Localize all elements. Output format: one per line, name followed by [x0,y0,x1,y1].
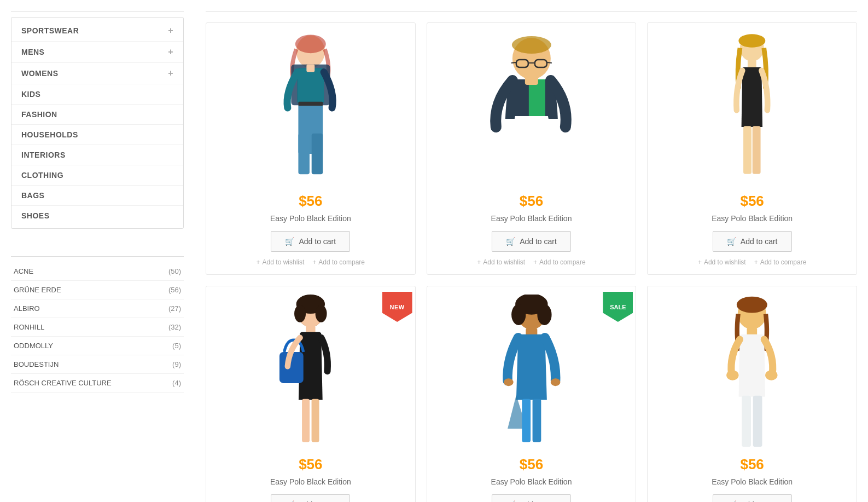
add-to-cart-label: Add to cart [520,237,557,246]
add-to-wishlist-link[interactable]: + Add to wishlist [698,258,746,266]
product-price: $56 [435,193,628,210]
compare-plus-icon: + [533,258,537,266]
svg-point-1 [295,35,326,54]
products-grid: $56 Easy Polo Black Edition 🛒 Add to car… [206,22,857,502]
svg-point-49 [726,370,738,380]
brand-item-1[interactable]: GRÜNE ERDE(56) [11,281,184,299]
sidebar-item-shoes[interactable]: SHOES [11,206,183,226]
category-section: SPORTSWEAR+MENS+WOMENS+KIDSFASHIONHOUSEH… [11,0,184,229]
brands-title [11,245,184,257]
svg-rect-4 [298,68,324,103]
product-actions: + Add to wishlist + Add to compare [656,258,848,266]
product-card-4: SALE $56 Easy Polo Black Edition 🛒 Add t… [427,286,637,502]
category-list: SPORTSWEAR+MENS+WOMENS+KIDSFASHIONHOUSEH… [11,17,184,229]
svg-point-29 [316,305,327,322]
brand-item-6[interactable]: RÖSCH CREATIVE CULTURE(4) [11,374,184,393]
svg-rect-17 [528,79,545,119]
product-price: $56 [656,193,848,210]
add-to-compare-link[interactable]: + Add to compare [533,258,586,266]
expand-icon: + [168,26,173,36]
product-card-3: NEW $56 Easy Polo Black Edition 🛒 Add t [206,286,416,502]
sidebar-item-fashion[interactable]: FASHION [11,105,183,125]
svg-rect-52 [753,396,762,447]
sidebar-item-womens[interactable]: WOMENS+ [11,63,183,84]
product-card-1: $56 Easy Polo Black Edition 🛒 Add to car… [427,22,637,275]
brand-item-3[interactable]: RONHILL(32) [11,318,184,337]
product-card-5: $56 Easy Polo Black Edition 🛒 Add to car… [647,286,857,502]
svg-rect-9 [306,65,314,72]
sidebar: SPORTSWEAR+MENS+WOMENS+KIDSFASHIONHOUSEH… [0,0,195,502]
add-to-compare-link[interactable]: + Add to compare [754,258,807,266]
add-to-compare-link[interactable]: + Add to compare [312,258,365,266]
product-image [214,295,407,448]
product-actions: + Add to wishlist + Add to compare [435,258,628,266]
add-to-cart-button[interactable]: 🛒 Add to cart [271,231,350,252]
svg-rect-24 [753,126,761,174]
svg-point-50 [765,370,777,380]
svg-rect-23 [743,126,752,174]
sidebar-item-households[interactable]: HOUSEHOLDS [11,125,183,145]
svg-rect-8 [298,102,323,106]
add-to-cart-button[interactable]: 🛒 Add to cart [713,231,792,252]
product-badge: SALE [603,292,630,319]
add-to-cart-label: Add to cart [299,237,336,246]
add-to-cart-button[interactable]: 🛒 Add to cart [271,494,350,502]
brands-section: ACNE(50)GRÜNE ERDE(56)ALBIRO(27)RONHILL(… [11,245,184,393]
product-name: Easy Polo Black Edition [656,477,848,486]
sidebar-item-interiors[interactable]: INTERIORS [11,145,183,165]
add-to-cart-label: Add to cart [741,237,778,246]
svg-point-28 [294,305,306,322]
brand-item-4[interactable]: ODDMOLLY(5) [11,337,184,355]
svg-line-16 [546,62,551,63]
product-image [214,31,407,184]
svg-rect-31 [300,332,322,341]
wishlist-plus-icon: + [698,258,702,266]
svg-point-20 [739,34,766,48]
sidebar-item-kids[interactable]: KIDS [11,84,183,105]
brand-list: ACNE(50)GRÜNE ERDE(56)ALBIRO(27)RONHILL(… [11,262,184,393]
category-title [11,0,184,11]
product-image [656,295,848,448]
product-price: $56 [656,456,848,473]
wishlist-plus-icon: + [257,258,260,266]
product-price: $56 [214,456,407,473]
compare-plus-icon: + [312,258,316,266]
sidebar-item-mens[interactable]: MENS+ [11,42,183,63]
svg-point-38 [537,304,551,326]
sidebar-item-bags[interactable]: BAGS [11,186,183,206]
product-image [656,31,848,184]
product-price: $56 [214,193,407,210]
svg-rect-22 [743,67,762,77]
add-to-cart-button[interactable]: 🛒 Add to cart [713,494,792,502]
brand-item-0[interactable]: ACNE(50) [11,262,184,281]
svg-rect-48 [740,334,765,345]
sidebar-item-clothing[interactable]: CLOTHING [11,165,183,186]
product-image [435,31,628,184]
add-to-wishlist-link[interactable]: + Add to wishlist [257,258,305,266]
product-name: Easy Polo Black Edition [214,214,407,223]
add-to-cart-button[interactable]: 🛒 Add to cart [492,231,571,252]
wishlist-plus-icon: + [477,258,481,266]
product-name: Easy Polo Black Edition [656,214,848,223]
product-card-2: $56 Easy Polo Black Edition 🛒 Add to car… [647,22,857,275]
add-to-wishlist-link[interactable]: + Add to wishlist [477,258,525,266]
featured-items-title [206,0,857,11]
svg-point-41 [504,378,514,386]
product-badge: NEW [382,292,410,319]
add-to-cart-button[interactable]: 🛒 Add to cart [492,494,571,502]
cart-icon: 🛒 [727,237,736,246]
svg-rect-51 [742,396,751,447]
expand-icon: + [168,68,173,78]
brand-item-2[interactable]: ALBIRO(27) [11,299,184,318]
svg-rect-43 [522,399,531,442]
svg-rect-34 [312,399,319,442]
brand-item-5[interactable]: BOUDESTIJN(9) [11,355,184,374]
svg-rect-7 [312,134,323,175]
product-image [435,295,628,448]
product-name: Easy Polo Black Edition [214,477,407,486]
expand-icon: + [168,47,173,57]
sidebar-item-sportswear[interactable]: SPORTSWEAR+ [11,20,183,42]
svg-line-15 [511,62,516,63]
svg-rect-44 [532,399,541,442]
svg-rect-18 [525,75,538,85]
